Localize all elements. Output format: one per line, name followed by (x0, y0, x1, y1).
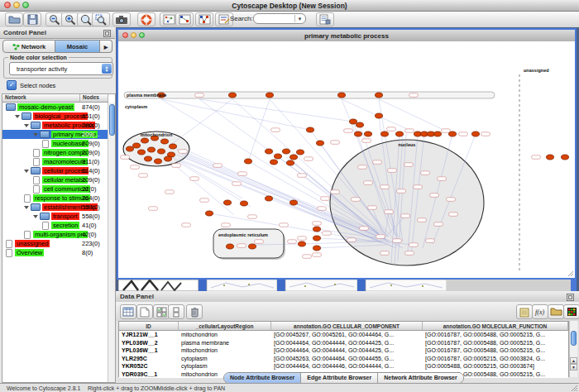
network-node-label[interactable] (248, 215, 257, 219)
network-node-label[interactable] (380, 251, 390, 256)
network-node-label[interactable] (323, 232, 332, 236)
col-header-cellular-component[interactable]: annotation.GO CELLULAR_COMPONENT (271, 322, 423, 331)
dropdown-stepper-icon[interactable]: ▲▼ (102, 64, 112, 74)
network-node[interactable] (165, 156, 172, 161)
network-node-label[interactable] (385, 210, 394, 213)
network-node[interactable] (170, 144, 177, 149)
network-node-label[interactable] (373, 160, 382, 165)
heatmap-button[interactable] (563, 304, 579, 319)
tab-network[interactable]: Network (2, 40, 55, 53)
float-panel-icon[interactable] (103, 30, 111, 37)
network-node-label[interactable] (438, 177, 447, 181)
network-node[interactable] (350, 119, 357, 124)
tree-row[interactable]: unassigned223(0) (2, 239, 108, 248)
table-row[interactable]: YLR295Ccytoplasm[GO:0045263, GO:0044464,… (119, 355, 568, 363)
network-node[interactable] (270, 160, 278, 165)
network-node[interactable] (434, 131, 442, 136)
delete-attribute-button[interactable] (186, 304, 203, 319)
select-nodes-checkbox[interactable]: ✓ (7, 80, 17, 90)
network-node[interactable] (227, 244, 234, 249)
network-node-label[interactable] (362, 139, 371, 143)
network-node-label[interactable] (121, 155, 130, 160)
network-node[interactable] (141, 138, 149, 143)
network-node-label[interactable] (232, 182, 242, 186)
new-attribute-button[interactable] (136, 304, 153, 319)
network-node[interactable] (161, 139, 169, 144)
network-node-label[interactable] (409, 93, 419, 98)
network-node[interactable] (290, 155, 298, 160)
network-node[interactable] (290, 200, 298, 205)
network-node-label[interactable] (404, 163, 414, 167)
tree-header-nodes[interactable]: Nodes (80, 94, 108, 103)
network-node[interactable] (266, 196, 273, 201)
network-node[interactable] (356, 122, 364, 127)
network-node-label[interactable] (313, 253, 322, 257)
network-canvas[interactable]: plasma membrane cytoplasm mitochondrion … (118, 41, 575, 278)
search-dropdown-arrow[interactable]: ▼ (294, 15, 304, 22)
network-node[interactable] (376, 93, 383, 98)
network-node-label[interactable] (298, 237, 307, 241)
network-node-label[interactable] (331, 141, 340, 145)
network-node-label[interactable] (165, 190, 175, 194)
attribute-browser-mode-button[interactable] (120, 304, 136, 319)
import-attributes-button[interactable] (548, 304, 564, 319)
network-node[interactable] (133, 143, 141, 148)
scroll-up-button[interactable]: ▲ (570, 357, 577, 364)
col-header-molecular-function[interactable]: annotation.GO MOLECULAR_FUNCTION (423, 322, 568, 331)
network-node-label[interactable] (449, 213, 458, 217)
network-node-label[interactable] (397, 189, 406, 194)
network-node[interactable] (155, 159, 162, 164)
tree-row[interactable]: primary metabo209(... (2, 130, 108, 139)
network-node[interactable] (562, 155, 569, 160)
network-node-label[interactable] (532, 155, 541, 160)
table-row[interactable]: YJR121W__1mitochondrion[GO:0045267, GO:0… (119, 331, 568, 339)
network-node[interactable] (381, 131, 389, 136)
network-node-label[interactable] (434, 222, 443, 227)
network-node[interactable] (355, 131, 362, 136)
network-node-label[interactable] (331, 190, 340, 194)
network-node[interactable] (266, 93, 274, 98)
col-header-region[interactable]: _cellularLayoutRegion (179, 322, 271, 331)
network-node[interactable] (313, 246, 321, 251)
network-node-label[interactable] (380, 185, 390, 189)
help-button[interactable] (137, 12, 156, 26)
network-node-label[interactable] (271, 128, 280, 132)
notepad-button[interactable] (516, 304, 533, 319)
float-data-panel-icon[interactable] (567, 294, 574, 301)
network-node-label[interactable] (131, 165, 140, 170)
tree-row[interactable]: nucleobase-209(0) (2, 139, 108, 148)
network-node-label[interactable] (401, 214, 410, 218)
table-row[interactable]: YKR052Ccytoplasm[GO:0044464, GO:0044446,… (119, 362, 568, 370)
network-node[interactable] (396, 131, 404, 136)
network-node-label[interactable] (459, 132, 468, 136)
network-window-titlebar[interactable]: primary metabolic process (118, 30, 575, 42)
select-attributes-button[interactable] (153, 304, 170, 319)
network-node-label[interactable] (303, 255, 312, 259)
expand-arrow-icon[interactable] (33, 215, 38, 218)
network-node-label[interactable] (313, 222, 322, 226)
table-row[interactable]: YPL036W__2plasma membrane[GO:0044464, GO… (119, 339, 568, 347)
node-color-dropdown[interactable]: transporter activity ▲▼ (9, 62, 113, 75)
save-session-button[interactable] (23, 12, 41, 26)
network-node-label[interactable] (421, 171, 430, 175)
save-attributes-button[interactable] (316, 12, 334, 26)
network-node-label[interactable] (280, 223, 289, 227)
network-node[interactable] (297, 150, 304, 155)
table-row[interactable]: YPL036W__1mitochondrion[GO:0044464, GO:0… (119, 347, 568, 355)
network-node[interactable] (313, 227, 321, 232)
network-node-label[interactable] (149, 207, 158, 211)
network-node-label[interactable] (195, 93, 204, 98)
expand-arrow-icon[interactable] (33, 133, 38, 136)
network-node[interactable] (158, 149, 165, 154)
network-node-label[interactable] (179, 150, 188, 154)
tree-row[interactable]: multi-organism pro42(0) (2, 230, 108, 239)
network-node[interactable] (313, 236, 321, 241)
network-node-label[interactable] (190, 177, 199, 181)
network-node-label[interactable] (393, 239, 402, 243)
tree-row[interactable]: transport558(0) (2, 212, 108, 221)
zoom-fit-button[interactable] (92, 12, 110, 26)
network-node[interactable] (283, 149, 290, 154)
network-node-label[interactable] (298, 174, 307, 178)
tree-row[interactable]: response to stimulu264(0) (2, 194, 108, 203)
table-scrollbar[interactable]: ▲ ▼ (569, 321, 577, 377)
